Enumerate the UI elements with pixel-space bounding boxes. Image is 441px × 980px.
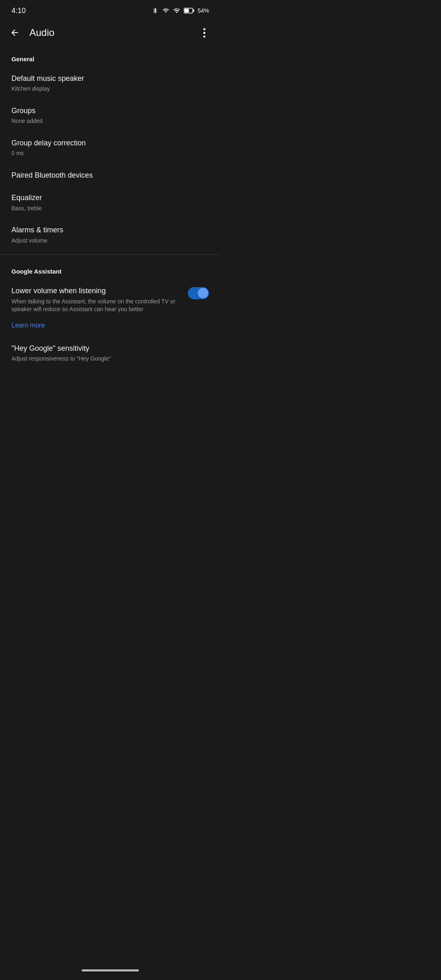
signal-icon [173, 7, 180, 14]
back-button[interactable] [7, 24, 23, 41]
paired-bluetooth-devices-item[interactable]: Paired Bluetooth devices [0, 164, 220, 187]
lower-volume-item[interactable]: Lower volume when listening When talking… [0, 280, 220, 320]
equalizer-item[interactable]: Equalizer Bass, treble [0, 187, 220, 219]
battery-percentage: 54% [198, 7, 209, 14]
default-music-speaker-item[interactable]: Default music speaker Kitchen display [0, 67, 220, 100]
hey-google-sensitivity-subtitle: Adjust responsiveness to "Hey Google" [11, 355, 209, 363]
lower-volume-title: Lower volume when listening [11, 286, 181, 296]
hey-google-sensitivity-title: "Hey Google" sensitivity [11, 344, 209, 353]
lower-volume-content: Lower volume when listening When talking… [11, 286, 188, 314]
learn-more-link[interactable]: Learn more [0, 320, 220, 337]
toggle-thumb [198, 288, 208, 298]
default-music-speaker-subtitle: Kitchen display [11, 85, 209, 93]
hey-google-sensitivity-item[interactable]: "Hey Google" sensitivity Adjust responsi… [0, 337, 220, 370]
default-music-speaker-title: Default music speaker [11, 74, 209, 83]
svg-rect-1 [193, 9, 194, 12]
section-divider [0, 254, 220, 255]
equalizer-title: Equalizer [11, 193, 209, 203]
lower-volume-subtitle: When talking to the Assistant, the volum… [11, 298, 181, 314]
wifi-icon [162, 7, 170, 14]
alarms-timers-title: Alarms & timers [11, 225, 209, 235]
lower-volume-toggle-container [188, 286, 209, 299]
more-dot-3 [203, 36, 205, 38]
group-delay-correction-title: Group delay correction [11, 138, 209, 148]
status-bar: 4:10 54% [0, 0, 220, 20]
groups-item[interactable]: Groups None added [0, 100, 220, 132]
alarms-timers-subtitle: Adjust volume [11, 237, 209, 245]
page-title: Audio [29, 27, 196, 38]
more-options-button[interactable] [196, 24, 212, 41]
lower-volume-toggle[interactable] [188, 287, 209, 299]
more-dot-1 [203, 28, 205, 30]
groups-title: Groups [11, 106, 209, 116]
group-delay-correction-item[interactable]: Group delay correction 0 ms [0, 132, 220, 164]
groups-subtitle: None added [11, 117, 209, 125]
bluetooth-icon [152, 7, 158, 15]
svg-rect-2 [184, 9, 189, 13]
equalizer-subtitle: Bass, treble [11, 205, 209, 213]
toolbar: Audio [0, 20, 220, 46]
status-icons: 54% [152, 7, 209, 15]
status-time: 4:10 [11, 7, 26, 15]
battery-icon [184, 7, 194, 14]
general-section-header: General [0, 46, 220, 67]
more-dot-2 [203, 32, 205, 34]
google-assistant-section-header: Google Assistant [0, 258, 220, 280]
paired-bluetooth-devices-title: Paired Bluetooth devices [11, 171, 209, 180]
alarms-timers-item[interactable]: Alarms & timers Adjust volume [0, 219, 220, 251]
group-delay-correction-subtitle: 0 ms [11, 149, 209, 158]
